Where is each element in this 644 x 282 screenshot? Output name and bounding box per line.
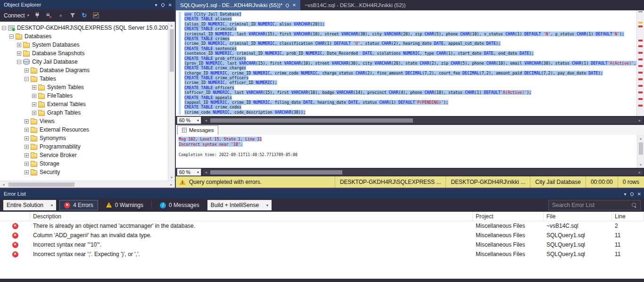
- tree-item[interactable]: −City Jail Database: [0, 58, 168, 66]
- tree-item[interactable]: +Database Snapshots: [0, 49, 168, 58]
- close-icon[interactable]: ✕: [637, 191, 641, 197]
- collapse-icon[interactable]: −: [25, 77, 29, 81]
- expand-icon[interactable]: +: [17, 43, 21, 47]
- activity-monitor-icon[interactable]: [92, 12, 100, 19]
- scroll-right-icon[interactable]: ►: [168, 181, 175, 188]
- warnings-filter-button[interactable]: 0 Warnings: [101, 200, 148, 210]
- refresh-icon[interactable]: ↻: [81, 12, 88, 19]
- tree-item[interactable]: +FileTables: [0, 91, 168, 100]
- scroll-left-icon[interactable]: ◄: [203, 117, 209, 124]
- tab-sqlquery1[interactable]: SQLQuery1.sql - DE...KDH4RJ\nikki (55))*…: [176, 0, 300, 10]
- scroll-right-icon[interactable]: ►: [636, 169, 643, 175]
- collapse-icon[interactable]: −: [9, 34, 14, 39]
- file-column-header[interactable]: File: [544, 212, 612, 221]
- object-explorer-titlebar[interactable]: Object Explorer ▾ ✕: [0, 0, 175, 9]
- disconnect-icon[interactable]: [45, 12, 53, 19]
- expand-icon[interactable]: +: [32, 94, 36, 98]
- messages-pane[interactable]: Msg 102, Level 15, State 1, Line 11Incor…: [176, 135, 644, 168]
- pin-icon[interactable]: [285, 3, 290, 8]
- tree-item[interactable]: +Programmability: [0, 142, 168, 151]
- tree-item[interactable]: +External Tables: [0, 100, 168, 108]
- tab-vsb14c[interactable]: ~vsB14C.sql - DESK...KDH4RJ\nikki (52)): [300, 0, 410, 10]
- tree-item[interactable]: +Service Broker: [0, 151, 168, 159]
- window-menu-chevron-icon[interactable]: ▾: [155, 2, 157, 8]
- error-list-titlebar[interactable]: Error List ▾ ✕: [0, 189, 644, 199]
- object-explorer-vertical-scrollbar[interactable]: ▲ ▼: [168, 22, 175, 181]
- editor-scroll-map[interactable]: [636, 10, 644, 116]
- tree-item[interactable]: +Synonyms: [0, 134, 168, 142]
- intellisense-dropdown[interactable]: Build + IntelliSense ▾: [207, 200, 272, 210]
- scroll-down-icon[interactable]: ▼: [637, 161, 644, 168]
- connect-button[interactable]: Connect ▾: [4, 12, 29, 19]
- close-icon[interactable]: ✕: [292, 3, 296, 8]
- expand-icon[interactable]: +: [25, 119, 29, 124]
- project-column-header[interactable]: Project: [473, 212, 544, 221]
- filter-icon[interactable]: [69, 12, 76, 19]
- scrollbar-thumb[interactable]: [210, 118, 413, 123]
- scrollbar-thumb[interactable]: [639, 142, 643, 155]
- error-row[interactable]: ✕Column 'ADD_pager#' has an invalid data…: [0, 231, 644, 240]
- tree-item[interactable]: −DESKTOP-GKDH4RJ\SQLEXPRESS (SQL Server …: [0, 24, 168, 32]
- severity-column-header[interactable]: [0, 212, 30, 221]
- close-icon[interactable]: ✕: [168, 2, 172, 8]
- scroll-up-icon[interactable]: ▲: [637, 135, 644, 141]
- tree-item[interactable]: +System Tables: [0, 83, 168, 91]
- scroll-down-icon[interactable]: ▼: [168, 174, 175, 181]
- search-error-list-input[interactable]: Search Error List: [548, 200, 641, 210]
- scrollbar-thumb[interactable]: [170, 29, 174, 72]
- pin-icon[interactable]: [629, 191, 634, 196]
- scroll-left-icon[interactable]: ◄: [0, 181, 7, 188]
- error-row[interactable]: ✕Incorrect syntax near ';'. Expecting ')…: [0, 249, 644, 259]
- expand-icon[interactable]: +: [25, 145, 29, 149]
- search-icon[interactable]: [632, 203, 637, 208]
- scrollbar-thumb[interactable]: [8, 182, 74, 187]
- error-row[interactable]: ✕Incorrect syntax near '"10"'.Miscellane…: [0, 240, 644, 249]
- editor-code-area[interactable]: use [City Jail Database]CREATE TABLE ali…: [182, 10, 636, 116]
- editor-zoom-dropdown[interactable]: 60 % ▾: [177, 116, 201, 124]
- pin-icon[interactable]: [160, 2, 165, 7]
- expand-icon[interactable]: +: [25, 68, 29, 73]
- collapse-icon[interactable]: −: [17, 60, 21, 64]
- error-list-header[interactable]: Description Project File Line: [0, 212, 644, 221]
- scope-dropdown[interactable]: Entire Solution ▾: [3, 200, 56, 210]
- tree-item[interactable]: +Graph Tables: [0, 108, 168, 117]
- scroll-up-icon[interactable]: ▲: [168, 22, 175, 28]
- tree-item[interactable]: +Database Diagrams: [0, 66, 168, 75]
- expand-icon[interactable]: +: [25, 136, 29, 141]
- scroll-right-icon[interactable]: ►: [636, 117, 643, 124]
- expand-icon[interactable]: +: [32, 102, 36, 107]
- tree-item[interactable]: +Security: [0, 168, 168, 176]
- sql-editor[interactable]: use [City Jail Database]CREATE TABLE ali…: [176, 10, 644, 116]
- tree-item[interactable]: +External Resources: [0, 125, 168, 134]
- tree-item[interactable]: −Tables: [0, 75, 168, 83]
- tree-item[interactable]: +System Databases: [0, 41, 168, 49]
- scrollbar-thumb[interactable]: [210, 170, 342, 174]
- expand-icon[interactable]: +: [25, 153, 29, 158]
- editor-horizontal-scrollbar[interactable]: ◄ ►: [203, 117, 643, 124]
- expand-icon[interactable]: +: [25, 162, 29, 166]
- expand-icon[interactable]: +: [25, 128, 29, 132]
- description-column-header[interactable]: Description: [30, 212, 473, 221]
- error-row[interactable]: ✕There is already an object named 'acctm…: [0, 221, 644, 231]
- messages-text-area[interactable]: Msg 102, Level 15, State 1, Line 11Incor…: [176, 135, 637, 168]
- messages-filter-button[interactable]: i 0 Messages: [155, 200, 204, 210]
- collapse-icon[interactable]: −: [2, 26, 6, 30]
- messages-vertical-scrollbar[interactable]: ▲ ▼: [637, 135, 644, 168]
- messages-horizontal-scrollbar[interactable]: ◄ ►: [203, 169, 643, 175]
- tab-messages[interactable]: Messages: [177, 125, 218, 135]
- splitter-gripper-icon[interactable]: [638, 11, 643, 15]
- expand-icon[interactable]: +: [17, 51, 21, 56]
- scroll-left-icon[interactable]: ◄: [203, 169, 209, 175]
- expand-icon[interactable]: +: [32, 111, 36, 115]
- window-menu-chevron-icon[interactable]: ▾: [624, 191, 627, 197]
- object-explorer-horizontal-scrollbar[interactable]: ◄ ►: [0, 181, 175, 188]
- expand-icon[interactable]: +: [32, 85, 36, 90]
- tree-item[interactable]: +Views: [0, 117, 168, 125]
- messages-zoom-dropdown[interactable]: 60 % ▾: [177, 168, 201, 176]
- tree-item[interactable]: +Storage: [0, 159, 168, 168]
- tree-item[interactable]: −Databases: [0, 32, 168, 41]
- expand-icon[interactable]: +: [25, 170, 29, 174]
- errors-filter-button[interactable]: ✕ 4 Errors: [59, 200, 98, 210]
- connect-plug-icon[interactable]: [33, 12, 41, 19]
- line-column-header[interactable]: Line: [612, 212, 644, 221]
